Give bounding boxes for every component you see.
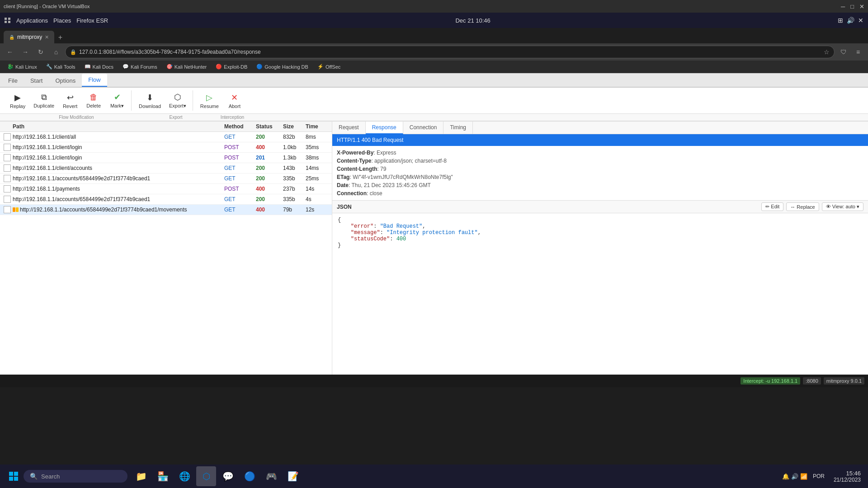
view-button[interactable]: 👁 View: auto ▾: [822, 202, 863, 211]
header-x-powered-by: X-Powered-By: Express: [332, 149, 868, 157]
row-checkbox[interactable]: [4, 196, 11, 203]
download-button[interactable]: ⬇ Download: [135, 91, 165, 111]
new-tab-button[interactable]: +: [54, 32, 66, 43]
row-status: 200: [256, 165, 283, 171]
back-button[interactable]: ←: [4, 46, 16, 58]
browser-tab-mitmproxy[interactable]: 🔒 mitmproxy ✕: [4, 31, 54, 43]
flow-row[interactable]: http://192.168.1.1/client/accounts GET 2…: [0, 163, 332, 174]
revert-button[interactable]: ↩ Revert: [59, 91, 81, 111]
taskbar-files-button[interactable]: 📁: [131, 466, 151, 486]
tab-close-button[interactable]: ✕: [45, 34, 49, 40]
taskbar-notes-button[interactable]: 📝: [283, 466, 303, 486]
edit-button[interactable]: ✏ Edit: [761, 202, 783, 211]
flow-row-selected[interactable]: http://192.168.1.1/accounts/6584499e2d71…: [0, 205, 332, 215]
taskbar-clock[interactable]: 15:46 21/12/2023: [830, 470, 864, 483]
row-path: http://192.168.1.1/client/login: [13, 155, 224, 161]
applications-menu[interactable]: Applications: [16, 17, 48, 24]
tab-flow[interactable]: Flow: [82, 74, 107, 87]
flow-row[interactable]: http://192.168.1.1/accounts/6584499e2d71…: [0, 194, 332, 205]
tab-file[interactable]: File: [2, 75, 24, 87]
url-bar[interactable]: 🔒 127.0.0.1:8081/#/flows/a3c305b4-789c-4…: [65, 46, 835, 58]
row-method: GET: [224, 175, 256, 182]
export-label: Export: [146, 114, 205, 121]
row-checkbox[interactable]: [4, 154, 11, 161]
interception-label: Interception: [205, 114, 259, 121]
taskbar-store-button[interactable]: 🏪: [153, 466, 173, 486]
replace-button[interactable]: ↔ Replace: [786, 202, 819, 211]
row-checkbox[interactable]: [4, 206, 11, 213]
flow-row[interactable]: http://192.168.1.1/accounts/6584499e2d71…: [0, 174, 332, 184]
row-method: GET: [224, 206, 256, 213]
tray-icon-1: 🔔: [782, 473, 789, 480]
intercept-indicator: [13, 207, 19, 212]
json-content: { "error": "Bad Request", "message": "In…: [332, 213, 868, 252]
start-button[interactable]: [4, 466, 24, 486]
bookmark-offsec[interactable]: ⚡ OffSec: [314, 63, 344, 70]
flow-row[interactable]: http://192.168.1.1/client/login POST 201…: [0, 153, 332, 163]
minimize-button[interactable]: ─: [841, 3, 845, 10]
bookmark-star-button[interactable]: ☆: [824, 48, 830, 56]
flow-row[interactable]: http://192.168.1.1/client/login POST 400…: [0, 142, 332, 153]
bookmark-icon-2: 🔧: [46, 64, 52, 70]
bookmark-kali-linux[interactable]: 🐉 Kali Linux: [4, 63, 41, 70]
vscode-icon: ⬡: [203, 471, 210, 482]
url-text: 127.0.0.1:8081/#/flows/a3c305b4-789c-478…: [79, 49, 821, 55]
maximize-button[interactable]: □: [850, 3, 854, 10]
taskbar-right: 🔔 🔊 📶 POR 15:46 21/12/2023: [782, 470, 864, 483]
replay-button[interactable]: ▶ Replay: [6, 91, 29, 111]
row-status: 200: [256, 196, 283, 202]
row-time: 8ms: [306, 134, 328, 140]
bookmark-kali-forums[interactable]: 💬 Kali Forums: [119, 63, 161, 70]
tab-options[interactable]: Options: [49, 75, 82, 87]
browser-app[interactable]: Firefox ESR: [76, 17, 108, 24]
row-time: 14s: [306, 186, 328, 192]
row-checkbox[interactable]: [4, 133, 11, 141]
taskbar-chrome-button[interactable]: 🔵: [240, 466, 259, 486]
url-lock-icon: 🔒: [70, 49, 76, 55]
response-status-line: HTTP/1.1 400 Bad Request: [332, 134, 868, 146]
header-content-length: Content-Length: 79: [332, 165, 868, 173]
mark-button[interactable]: ✔ Mark▾: [106, 90, 128, 111]
system-bar: Applications Places Firefox ESR Dec 21 1…: [0, 13, 868, 28]
forward-button[interactable]: →: [19, 46, 32, 58]
tab-request[interactable]: Request: [332, 122, 366, 134]
bookmark-google-hacking-db[interactable]: 🔵 Google Hacking DB: [253, 63, 312, 70]
row-checkbox[interactable]: [4, 144, 11, 151]
home-button[interactable]: ⌂: [50, 46, 62, 58]
bookmark-kali-docs[interactable]: 📖 Kali Docs: [81, 63, 117, 70]
row-checkbox[interactable]: [4, 164, 11, 172]
menu-button[interactable]: ≡: [852, 46, 864, 58]
tab-start[interactable]: Start: [24, 75, 49, 87]
flow-row[interactable]: http://192.168.1.1/payments POST 400 237…: [0, 184, 332, 194]
flow-row[interactable]: http://192.168.1.1/client/all GET 200 83…: [0, 132, 332, 142]
tab-connection[interactable]: Connection: [403, 122, 444, 134]
duplicate-button[interactable]: ⧉ Duplicate: [30, 91, 58, 110]
search-icon: 🔍: [30, 473, 38, 480]
bookmark-exploit-db[interactable]: 🔴 Exploit-DB: [212, 63, 251, 70]
taskbar-app2-button[interactable]: 🎮: [261, 466, 281, 486]
taskbar-vscode-button[interactable]: ⬡: [196, 466, 216, 486]
toolbar: ▶ Replay ⧉ Duplicate ↩ Revert 🗑 Delete ✔: [0, 88, 868, 114]
row-time: 12s: [306, 206, 328, 213]
taskbar-browser-button[interactable]: 🌐: [175, 466, 194, 486]
shield-button[interactable]: 🛡: [837, 46, 850, 58]
json-actions: ✏ Edit ↔ Replace 👁 View: auto ▾: [761, 202, 863, 211]
row-checkbox[interactable]: [4, 185, 11, 192]
places-menu[interactable]: Places: [53, 17, 71, 24]
row-method: POST: [224, 186, 256, 192]
close-button[interactable]: ✕: [859, 3, 864, 10]
export-button[interactable]: ⬡ Export▾: [165, 90, 190, 111]
tab-response[interactable]: Response: [366, 122, 403, 134]
svg-rect-0: [9, 472, 13, 476]
taskbar-discord-button[interactable]: 💬: [218, 466, 238, 486]
bookmark-kali-nethunter[interactable]: 🎯 Kali NetHunter: [163, 63, 211, 70]
tab-timing[interactable]: Timing: [443, 122, 473, 134]
row-checkbox[interactable]: [4, 175, 11, 182]
delete-button[interactable]: 🗑 Delete: [82, 91, 105, 110]
app-grid-icon[interactable]: [5, 18, 11, 23]
resume-button[interactable]: ▷ Resume: [197, 91, 222, 111]
taskbar-search[interactable]: 🔍 Search: [24, 470, 127, 483]
bookmark-kali-tools[interactable]: 🔧 Kali Tools: [42, 63, 79, 70]
abort-button[interactable]: ✕ Abort: [223, 91, 246, 111]
refresh-button[interactable]: ↻: [34, 46, 47, 58]
